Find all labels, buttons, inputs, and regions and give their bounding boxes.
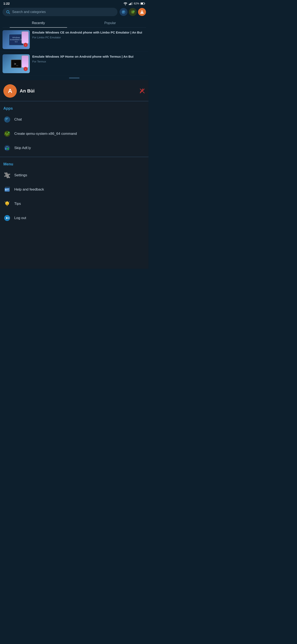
tab-recently[interactable]: Recently bbox=[3, 19, 74, 28]
create-icon: + bbox=[3, 130, 11, 138]
apps-section-label: Apps bbox=[0, 103, 149, 112]
drawer: A An Bùi Apps Chat bbox=[0, 80, 149, 269]
svg-point-10 bbox=[122, 10, 125, 14]
search-bar[interactable]: Search and categories bbox=[3, 8, 117, 16]
settings-icon bbox=[3, 172, 11, 179]
header-icons: + A bbox=[120, 8, 146, 16]
menu-item-skip[interactable]: Skip Adf.ly bbox=[0, 141, 149, 155]
user-left: A An Bùi bbox=[3, 84, 35, 98]
menu-item-help-label: Help and feedback bbox=[14, 188, 44, 192]
svg-point-28 bbox=[7, 175, 8, 176]
svg-rect-32 bbox=[7, 190, 9, 190]
svg-point-25 bbox=[7, 148, 9, 150]
chat-header-button[interactable] bbox=[120, 8, 128, 16]
sheet-handle bbox=[0, 76, 149, 80]
handle-bar bbox=[69, 78, 80, 78]
svg-rect-41 bbox=[9, 218, 9, 218]
top-header: Search and categories + bbox=[0, 6, 149, 28]
svg-rect-35 bbox=[7, 206, 8, 206]
skip-icon bbox=[3, 144, 11, 152]
svg-text:+: + bbox=[9, 132, 10, 134]
svg-rect-2 bbox=[130, 3, 131, 5]
svg-rect-7 bbox=[141, 3, 143, 4]
article-title: Emulate Windows CE on Android phone with… bbox=[32, 30, 146, 34]
user-profile: A An Bùi bbox=[0, 80, 149, 101]
chat-icon bbox=[3, 116, 11, 123]
svg-line-37 bbox=[9, 202, 10, 202]
menu-item-chat[interactable]: Chat bbox=[0, 112, 149, 126]
battery-icon bbox=[141, 2, 145, 5]
article-thumbnail: >_ ↓ bbox=[3, 54, 30, 73]
menu-item-create-label: Create qemu-system-x86_64 command bbox=[14, 132, 77, 136]
svg-rect-31 bbox=[7, 189, 9, 189]
menu-item-tips[interactable]: Tips bbox=[0, 197, 149, 211]
menu-item-help[interactable]: Help and feedback bbox=[0, 182, 149, 197]
menu-item-chat-label: Chat bbox=[14, 118, 22, 122]
tips-icon bbox=[3, 200, 11, 208]
status-time: 1:22 bbox=[3, 2, 10, 5]
menu-item-settings[interactable]: Settings bbox=[0, 168, 149, 182]
user-name: An Bùi bbox=[20, 88, 35, 94]
signal-icon bbox=[129, 2, 133, 5]
svg-line-9 bbox=[9, 13, 10, 14]
svg-rect-4 bbox=[132, 2, 133, 5]
svg-point-24 bbox=[5, 148, 7, 150]
drawer-divider-1 bbox=[0, 101, 149, 101]
help-icon bbox=[3, 186, 11, 193]
article-info: Emulate Windows XP Home on Android phone… bbox=[32, 54, 146, 73]
article-item[interactable]: >_ ↓ Emulate Windows XP Home on Android … bbox=[0, 52, 149, 76]
menu-item-create[interactable]: + Create qemu-system-x86_64 command bbox=[0, 126, 149, 141]
svg-rect-0 bbox=[129, 4, 129, 5]
avatar-header-button[interactable]: A bbox=[138, 8, 146, 16]
status-bar: 1:22 62% bbox=[0, 0, 149, 6]
tabs-row: Recently Popular bbox=[3, 19, 146, 28]
tab-popular[interactable]: Popular bbox=[74, 19, 146, 28]
article-thumbnail: Windows Embedded CE 6.0 ↓ bbox=[3, 30, 30, 49]
menu-item-logout-label: Log out bbox=[14, 216, 26, 220]
wifi-icon bbox=[123, 2, 128, 5]
svg-text:+: + bbox=[134, 11, 134, 12]
menu-section-label: Menu bbox=[0, 159, 149, 168]
article-category: For Termux bbox=[32, 60, 146, 63]
svg-text:A: A bbox=[141, 10, 143, 12]
article-item[interactable]: Windows Embedded CE 6.0 ↓ Emulate Window… bbox=[0, 28, 149, 52]
create-header-button[interactable]: + bbox=[129, 8, 137, 16]
menu-item-settings-label: Settings bbox=[14, 173, 27, 177]
svg-rect-3 bbox=[131, 2, 132, 5]
svg-line-38 bbox=[5, 202, 5, 202]
drawer-divider-2 bbox=[0, 157, 149, 157]
logout-icon bbox=[3, 214, 11, 222]
svg-point-23 bbox=[4, 145, 10, 151]
svg-rect-34 bbox=[7, 205, 8, 206]
article-info: Emulate Windows CE on Android phone with… bbox=[32, 30, 146, 49]
search-placeholder: Search and categories bbox=[12, 10, 46, 14]
menu-item-skip-label: Skip Adf.ly bbox=[14, 146, 31, 150]
menu-item-tips-label: Tips bbox=[14, 202, 21, 206]
svg-point-30 bbox=[5, 189, 7, 190]
menu-item-logout[interactable]: Log out bbox=[0, 211, 149, 225]
article-title: Emulate Windows XP Home on Android phone… bbox=[32, 54, 146, 59]
article-category: For Limbo PC Emulator bbox=[32, 36, 146, 39]
avatar: A bbox=[3, 84, 17, 98]
svg-rect-1 bbox=[130, 4, 130, 5]
search-row: Search and categories + bbox=[3, 8, 146, 16]
search-icon bbox=[6, 10, 10, 14]
battery-text: 62% bbox=[134, 2, 139, 5]
status-icons: 62% bbox=[123, 2, 145, 5]
articles-section: Windows Embedded CE 6.0 ↓ Emulate Window… bbox=[0, 28, 149, 76]
close-drawer-button[interactable] bbox=[139, 88, 145, 94]
svg-rect-6 bbox=[145, 3, 145, 4]
